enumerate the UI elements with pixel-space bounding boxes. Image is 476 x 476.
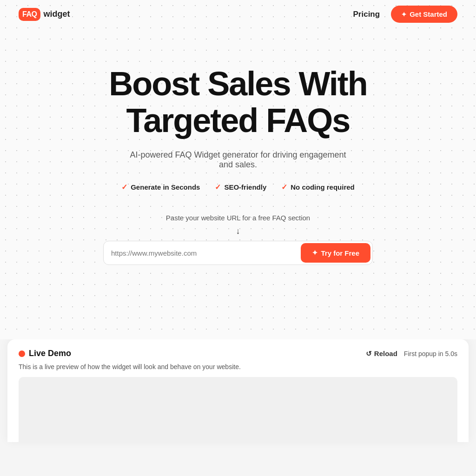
feature-seo: ✓ SEO-friendly: [215, 183, 266, 192]
hero-section: FAQ widget Pricing ✦ Get Started Boost S…: [0, 0, 476, 339]
sparkle-icon-2: ✦: [312, 249, 318, 257]
hero-title: Boost Sales With Targeted FAQs: [109, 66, 367, 139]
popup-timer: First popup in 5.0s: [404, 350, 457, 357]
logo-faq-text: FAQ: [22, 10, 37, 19]
try-free-button[interactable]: ✦ Try for Free: [301, 243, 370, 263]
live-demo-left: Live Demo: [19, 349, 71, 358]
reload-icon: ↺: [366, 350, 372, 358]
down-arrow-icon: ↓: [236, 226, 240, 236]
check-icon-2: ✓: [215, 183, 221, 192]
demo-preview-area: [19, 377, 457, 442]
logo-widget-text: widget: [43, 9, 70, 19]
feature-seo-label: SEO-friendly: [224, 183, 266, 191]
features-row: ✓ Generate in Seconds ✓ SEO-friendly ✓ N…: [121, 183, 355, 192]
live-demo-header: Live Demo ↺ Reload First popup in 5.0s: [19, 349, 457, 358]
sparkle-icon: ✦: [401, 11, 407, 18]
url-section: Paste your website URL for a free FAQ se…: [19, 214, 457, 265]
live-demo-right: ↺ Reload First popup in 5.0s: [366, 350, 457, 358]
live-demo-title: Live Demo: [29, 349, 71, 358]
check-icon-3: ✓: [281, 183, 287, 192]
url-input-row: ✦ Try for Free: [103, 241, 373, 265]
reload-button[interactable]: ↺ Reload: [366, 350, 397, 358]
feature-generate-label: Generate in Seconds: [131, 183, 200, 191]
feature-no-coding-label: No coding required: [291, 183, 355, 191]
feature-no-coding: ✓ No coding required: [281, 183, 355, 192]
navbar: FAQ widget Pricing ✦ Get Started: [0, 0, 476, 28]
live-indicator-dot: [19, 350, 25, 357]
logo: FAQ widget: [19, 8, 70, 21]
url-input[interactable]: [111, 245, 301, 262]
check-icon-1: ✓: [121, 183, 127, 192]
nav-right: Pricing ✦ Get Started: [353, 6, 457, 23]
logo-box: FAQ: [19, 8, 40, 21]
live-demo-section: Live Demo ↺ Reload First popup in 5.0s T…: [7, 339, 469, 442]
url-hint: Paste your website URL for a free FAQ se…: [166, 214, 310, 222]
pricing-link[interactable]: Pricing: [353, 10, 380, 19]
feature-generate: ✓ Generate in Seconds: [121, 183, 200, 192]
hero-content: Boost Sales With Targeted FAQs AI-powere…: [0, 28, 476, 293]
hero-subtitle: AI-powered FAQ Widget generator for driv…: [122, 150, 354, 170]
live-demo-description: This is a live preview of how the widget…: [19, 363, 457, 370]
get-started-button[interactable]: ✦ Get Started: [391, 6, 457, 23]
